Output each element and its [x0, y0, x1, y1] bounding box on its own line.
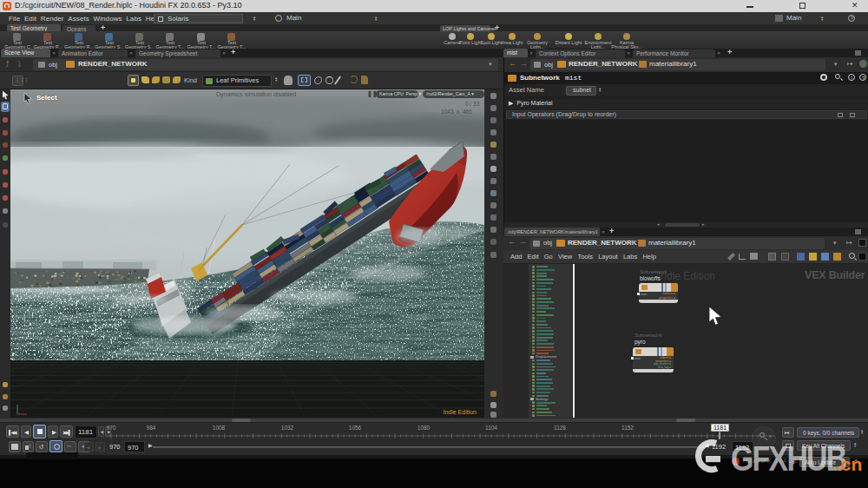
- svg-text:1181: 1181: [713, 425, 727, 431]
- svg-text:984: 984: [147, 425, 156, 431]
- svg-text:1080: 1080: [418, 425, 431, 431]
- svg-text:GFXHUB: GFXHUB: [731, 439, 847, 476]
- svg-text:1104: 1104: [485, 425, 497, 431]
- svg-text:970: 970: [107, 425, 116, 431]
- svg-text:1128: 1128: [554, 425, 566, 431]
- svg-text:1032: 1032: [281, 425, 294, 431]
- svg-text:Indie Edition: Indie Edition: [443, 409, 477, 415]
- svg-text:1056: 1056: [349, 425, 362, 431]
- svg-text:1008: 1008: [213, 425, 226, 431]
- svg-text:1152: 1152: [621, 425, 634, 431]
- svg-text:.cn: .cn: [836, 454, 862, 474]
